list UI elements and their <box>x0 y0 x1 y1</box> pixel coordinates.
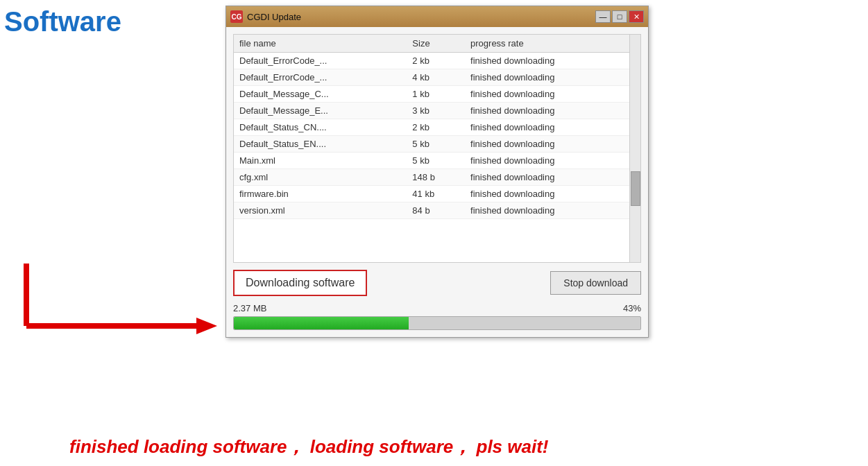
download-size: 2.37 MB <box>233 303 266 313</box>
status-row: Downloading software Stop download <box>233 268 641 297</box>
table-row: Default_ErrorCode_... 2 kb finished down… <box>234 53 640 69</box>
table-row: Default_Status_EN.... 5 kb finished down… <box>234 136 640 153</box>
cell-filename: Default_Message_E... <box>234 103 407 119</box>
bottom-annotation: finished loading software， loading softw… <box>69 435 549 459</box>
download-percent: 43% <box>623 303 641 313</box>
cell-status: finished downloading <box>465 153 629 169</box>
cell-status: finished downloading <box>465 119 629 136</box>
window-title: CGDI Update <box>247 12 301 22</box>
scrollbar[interactable] <box>629 35 640 262</box>
cell-filename: Default_ErrorCode_... <box>234 69 407 86</box>
cell-status: finished downloading <box>465 186 629 202</box>
cell-size: 84 b <box>407 202 465 219</box>
table-row: firmware.bin 41 kb finished downloading <box>234 186 640 202</box>
annotation-arrow <box>19 264 228 340</box>
cell-size: 5 kb <box>407 153 465 169</box>
cell-filename: Default_ErrorCode_... <box>234 53 407 69</box>
stop-download-button[interactable]: Stop download <box>550 271 641 295</box>
table-row: Main.xml 5 kb finished downloading <box>234 153 640 169</box>
cell-size: 1 kb <box>407 86 465 103</box>
table-row: Default_Message_C... 1 kb finished downl… <box>234 86 640 103</box>
cell-status: finished downloading <box>465 86 629 103</box>
table-row: version.xml 84 b finished downloading <box>234 202 640 219</box>
progress-bar-fill <box>234 317 409 329</box>
window-icon: CG <box>230 10 243 23</box>
cgdi-update-window: CG CGDI Update — □ ✕ file name Size prog… <box>225 6 649 338</box>
cell-status: finished downloading <box>465 136 629 153</box>
file-list-container: file name Size progress rate Default_Err… <box>233 34 641 263</box>
window-content: file name Size progress rate Default_Err… <box>226 27 648 337</box>
table-row: Default_Message_E... 3 kb finished downl… <box>234 103 640 119</box>
table-row: Default_ErrorCode_... 4 kb finished down… <box>234 69 640 86</box>
cell-filename: version.xml <box>234 202 407 219</box>
table-header-row: file name Size progress rate <box>234 35 640 53</box>
minimize-button[interactable]: — <box>595 10 611 23</box>
cell-filename: Default_Status_EN.... <box>234 136 407 153</box>
cell-status: finished downloading <box>465 53 629 69</box>
col-progress: progress rate <box>465 35 629 53</box>
progress-section: 2.37 MB 43% <box>233 303 641 330</box>
progress-info: 2.37 MB 43% <box>233 303 641 313</box>
maximize-button[interactable]: □ <box>612 10 627 23</box>
table-row: Default_Status_CN.... 2 kb finished down… <box>234 119 640 136</box>
cell-size: 41 kb <box>407 186 465 202</box>
col-filename: file name <box>234 35 407 53</box>
title-bar-left: CG CGDI Update <box>230 10 301 23</box>
cell-size: 148 b <box>407 169 465 186</box>
close-button[interactable]: ✕ <box>629 10 644 23</box>
cell-size: 5 kb <box>407 136 465 153</box>
progress-bar <box>233 316 641 330</box>
cell-size: 4 kb <box>407 69 465 86</box>
title-buttons: — □ ✕ <box>595 10 644 23</box>
cell-size: 2 kb <box>407 53 465 69</box>
col-size: Size <box>407 35 465 53</box>
cell-status: finished downloading <box>465 202 629 219</box>
table-row: cfg.xml 148 b finished downloading <box>234 169 640 186</box>
page-title: Software <box>4 6 121 37</box>
cell-filename: Default_Message_C... <box>234 86 407 103</box>
downloading-label: Downloading software <box>233 270 367 296</box>
cell-filename: cfg.xml <box>234 169 407 186</box>
cell-filename: firmware.bin <box>234 186 407 202</box>
cell-filename: Main.xml <box>234 153 407 169</box>
cell-status: finished downloading <box>465 103 629 119</box>
cell-filename: Default_Status_CN.... <box>234 119 407 136</box>
title-bar: CG CGDI Update — □ ✕ <box>226 6 648 27</box>
cell-status: finished downloading <box>465 169 629 186</box>
cell-status: finished downloading <box>465 69 629 86</box>
scrollbar-thumb[interactable] <box>631 171 640 206</box>
cell-size: 3 kb <box>407 103 465 119</box>
svg-marker-2 <box>196 318 217 334</box>
cell-size: 2 kb <box>407 119 465 136</box>
file-table: file name Size progress rate Default_Err… <box>234 35 640 219</box>
